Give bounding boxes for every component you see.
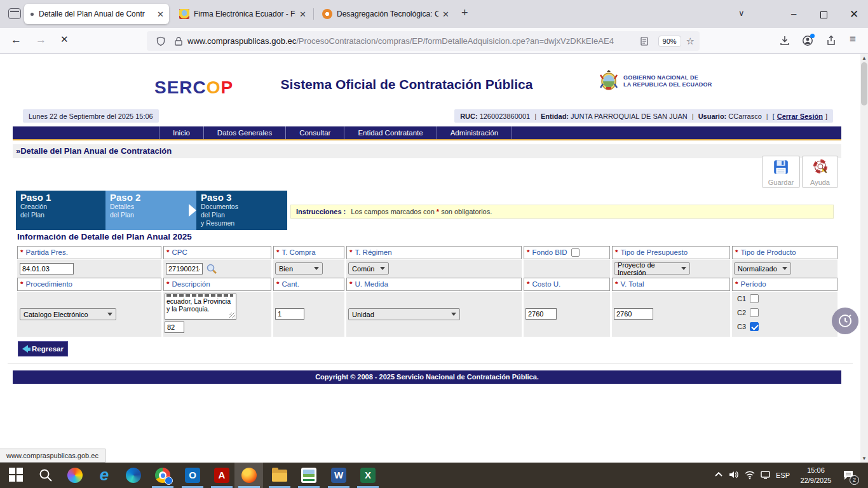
minimize-button[interactable]: –	[791, 8, 796, 18]
step-2-active[interactable]: Paso 2 Detalles del Plan	[105, 191, 196, 230]
taskbar-time: 15:06	[796, 465, 836, 475]
user-label: Usuario:	[698, 112, 727, 120]
stop-icon[interactable]: ✕	[60, 34, 69, 45]
list-tabs-chevron-icon[interactable]: ∨	[738, 8, 745, 18]
lock-icon[interactable]	[173, 36, 184, 46]
bookmark-star-icon[interactable]: ☆	[686, 36, 695, 47]
internet-explorer-icon[interactable]: e	[97, 468, 112, 483]
v-total-input[interactable]	[614, 308, 653, 320]
resize-grip[interactable]	[229, 313, 235, 318]
nav-item-consultar[interactable]: Consultar	[286, 126, 344, 139]
logout-link[interactable]: Cerrar Sesión	[777, 112, 823, 120]
back-arrow-icon	[22, 345, 28, 353]
page-content: SERCOP Sistema Oficial de Contratación P…	[0, 54, 860, 463]
taskbar-clock[interactable]: 15:06 22/9/2025	[796, 465, 836, 485]
header-partida-pres: *Partida Pres.	[17, 246, 161, 259]
header-u-medida: *U. Medida	[346, 278, 522, 291]
descripcion-textarea[interactable]: ecuador, La Provincia y la Parroquia.	[165, 294, 236, 320]
scroll-down-icon[interactable]: ▼	[860, 456, 868, 461]
periodo-c2-checkbox[interactable]	[750, 308, 759, 317]
edge-icon[interactable]	[126, 468, 141, 483]
scroll-up-icon[interactable]: ▲	[860, 55, 868, 61]
firefox-icon[interactable]	[241, 468, 257, 483]
fondo-bid-checkbox[interactable]	[571, 248, 580, 257]
shield-icon[interactable]	[156, 36, 166, 46]
back-icon[interactable]: ←	[11, 34, 22, 46]
file-explorer-icon[interactable]	[272, 470, 287, 482]
procedimiento-select[interactable]: Catalogo Electrónico	[20, 308, 116, 320]
word-icon[interactable]: W	[331, 468, 346, 483]
periodo-c3-row: C3	[737, 322, 759, 331]
search-icon[interactable]	[38, 468, 53, 483]
header-descripcion: *Descripción	[163, 278, 271, 291]
cpc-search-icon[interactable]	[206, 263, 217, 274]
display-icon[interactable]	[760, 470, 771, 480]
header-fondo-bid: *Fondo BID	[524, 246, 610, 259]
government-logo: GOBIERNO NACIONAL DE LA REPUBLICA DEL EC…	[599, 70, 712, 93]
u-medida-select[interactable]: Unidad	[348, 308, 460, 320]
reader-mode-icon[interactable]	[639, 36, 649, 46]
tab-separator	[313, 8, 314, 20]
wifi-icon[interactable]	[744, 469, 756, 480]
nav-item-entidad-contratante[interactable]: Entidad Contratante	[344, 126, 437, 139]
volume-icon[interactable]	[728, 469, 740, 480]
excel-icon[interactable]: X	[360, 468, 376, 483]
save-button[interactable]: Guardar	[762, 156, 800, 188]
outlook-icon[interactable]: O	[185, 468, 200, 483]
nav-item-administracion[interactable]: Administración	[437, 126, 512, 139]
costo-u-input[interactable]	[526, 308, 557, 320]
step-1[interactable]: Paso 1 Creación del Plan	[16, 191, 105, 230]
maximize-button[interactable]	[820, 10, 827, 20]
lifebuoy-icon	[812, 159, 829, 175]
form-value-row-2: Catalogo Electrónico ecuador, La Provinc…	[17, 292, 837, 337]
tab-title: Firma Electrónica Ecuador - Firm	[194, 10, 295, 18]
account-icon[interactable]	[802, 35, 813, 46]
tab-title: Desagregación Tecnológica: Cál	[337, 10, 438, 18]
descripcion-aux-input[interactable]	[165, 322, 184, 333]
periodo-c3-checkbox[interactable]	[750, 322, 759, 331]
tipo-presupuesto-select[interactable]: Proyecto de Inversión	[614, 262, 690, 274]
scrollbar-thumb[interactable]	[861, 62, 867, 105]
tab-close-icon[interactable]: ✕	[442, 10, 449, 19]
cpc-input[interactable]	[166, 263, 203, 274]
share-icon[interactable]	[825, 35, 837, 46]
entity-value: JUNTA PARROQUIAL DE SAN JUAN	[571, 112, 688, 120]
nav-item-inicio[interactable]: Inicio	[159, 126, 204, 139]
chrome-icon[interactable]	[155, 468, 170, 483]
forward-icon[interactable]: →	[36, 34, 46, 46]
language-indicator[interactable]: ESP	[776, 463, 790, 488]
ecuador-coat-favicon	[179, 9, 189, 19]
new-tab-button[interactable]: +	[461, 6, 468, 20]
copilot-icon[interactable]	[67, 468, 83, 483]
start-button-icon[interactable]	[9, 468, 24, 483]
firefox-view-icon[interactable]	[8, 8, 21, 19]
zoom-level-badge[interactable]: 90%	[658, 36, 681, 47]
main-nav: Inicio Datos Generales Consultar Entidad…	[13, 126, 841, 139]
acrobat-icon[interactable]: A	[214, 468, 229, 483]
back-button[interactable]: Regresar	[18, 341, 68, 356]
t-compra-select[interactable]: Bien	[275, 262, 323, 274]
vertical-scrollbar[interactable]: ▲ ▼	[860, 54, 868, 463]
cantidad-input[interactable]	[275, 308, 304, 320]
tab-firma-electronica[interactable]: Firma Electrónica Ecuador - Firm ✕	[173, 4, 311, 24]
partida-pres-input[interactable]	[20, 263, 74, 274]
tipo-producto-select[interactable]: Normalizado	[734, 262, 791, 274]
menu-hamburger-icon[interactable]: ≡	[850, 33, 861, 44]
tray-chevron-icon[interactable]	[714, 470, 723, 479]
nav-item-datos-generales[interactable]: Datos Generales	[204, 126, 286, 139]
step-3[interactable]: Paso 3 Documentos del Plan y Resumen	[196, 191, 287, 230]
t-regimen-select[interactable]: Común	[348, 262, 389, 274]
close-button[interactable]: ✕	[850, 8, 858, 21]
tab-favicon-dot	[31, 13, 34, 16]
picture-manager-icon[interactable]	[301, 468, 316, 483]
tab-detalle-plan[interactable]: Detalle del Plan Anual de Contr ✕	[24, 4, 169, 24]
url-field[interactable]: www.compraspublicas.gob.ec/ProcesoContra…	[147, 31, 700, 51]
tab-desagregacion[interactable]: Desagregación Tecnológica: Cál ✕	[316, 4, 454, 24]
tab-close-icon[interactable]: ✕	[299, 10, 306, 19]
tab-close-icon[interactable]: ✕	[157, 10, 164, 19]
browser-tabbar: Detalle del Plan Anual de Contr ✕ Firma …	[0, 0, 868, 28]
periodo-c1-checkbox[interactable]	[750, 294, 759, 303]
download-icon[interactable]	[779, 35, 790, 46]
help-button[interactable]: Ayuda	[802, 156, 838, 188]
floating-timer-widget[interactable]	[832, 308, 858, 334]
